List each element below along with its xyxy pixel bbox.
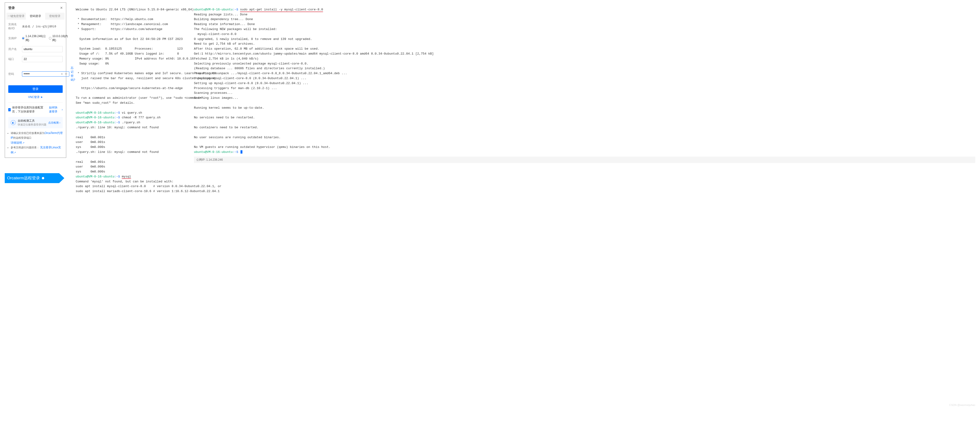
pwd-input[interactable] xyxy=(24,72,59,76)
bullet-secgroup: 请确认安全组已经放通来源为OrcaTerm代理IP的远程登录端口 详细说明↗ xyxy=(11,131,63,145)
badge-arrow-icon xyxy=(59,173,64,183)
forgot-link[interactable]: 忘记密码? xyxy=(71,66,75,82)
detect-icon: ◐ xyxy=(11,120,16,125)
port-input[interactable] xyxy=(22,56,63,62)
tab-keypair[interactable]: 密钥登录 xyxy=(45,13,65,20)
detect-sub: 快速定位服务器登录问题 xyxy=(18,123,46,126)
pwd-label: 密码 xyxy=(8,72,22,76)
tab-keyless[interactable]: 一键免密登录 xyxy=(6,13,26,20)
login-title: 登录 xyxy=(8,6,15,10)
close-icon[interactable]: × xyxy=(60,5,63,10)
instance-label: 实例名称/ID xyxy=(8,22,22,30)
detail-link[interactable]: 详细说明↗ xyxy=(11,141,24,144)
user-input[interactable] xyxy=(22,46,63,52)
login-tabs: 一键免密登录 密码登录 密钥登录 xyxy=(6,13,65,20)
status-bar: 公网IP: 1.14.238.246 xyxy=(194,157,975,163)
port-label: 端口 xyxy=(8,57,22,61)
vnc-link[interactable]: VNC登录 ➤ xyxy=(28,95,43,99)
user-label: 用户名 xyxy=(8,47,22,51)
login-dialog: 登录 × 一键免密登录 密码登录 密钥登录 实例名称/ID 未命名 / ins-… xyxy=(5,2,66,158)
cursor-icon xyxy=(240,150,242,154)
instance-value: 未命名 / ins-q3zj80i0 xyxy=(22,25,63,29)
orcaterm-badge: Orcaterm远程登录 xyxy=(5,173,66,183)
terminal-right[interactable]: ubuntu@VM-0-16-ubuntu:~$ sudo apt-get in… xyxy=(194,2,975,155)
terminal-right-wrap: ubuntu@VM-0-16-ubuntu:~$ sudo apt-get in… xyxy=(194,2,975,194)
clear-icon[interactable]: ✕ xyxy=(60,72,64,76)
quick-link[interactable]: 如何快速登录 xyxy=(49,106,60,114)
bullet-docs: 参考文档进行问题排查： 无法登录Linux实例↗ xyxy=(11,145,63,155)
ip-private-option[interactable]: 10.0.0.16(内网) xyxy=(49,34,68,42)
detect-title: 自助检测工具 xyxy=(18,119,46,123)
tab-password[interactable]: 密码登录 xyxy=(26,13,45,20)
ip-public-option[interactable]: 1.14.238.246(公网) xyxy=(22,34,46,42)
ip-label: 实例IP xyxy=(8,36,22,40)
detect-link[interactable]: 点击检测 › xyxy=(48,121,60,124)
radio-icon xyxy=(49,37,51,40)
radio-checked-icon xyxy=(22,37,25,40)
terminal-left[interactable]: Welcome to Ubuntu 22.04 LTS (GNU/Linux 5… xyxy=(76,2,185,194)
remember-checkbox[interactable]: ✓ xyxy=(8,108,11,111)
eye-icon[interactable]: 👁 xyxy=(64,72,68,76)
login-button[interactable]: 登录 xyxy=(8,85,63,93)
remember-label: 保存登录信息到连接配置页，下次快速登录 xyxy=(12,106,48,114)
badge-dot-icon xyxy=(42,177,44,179)
